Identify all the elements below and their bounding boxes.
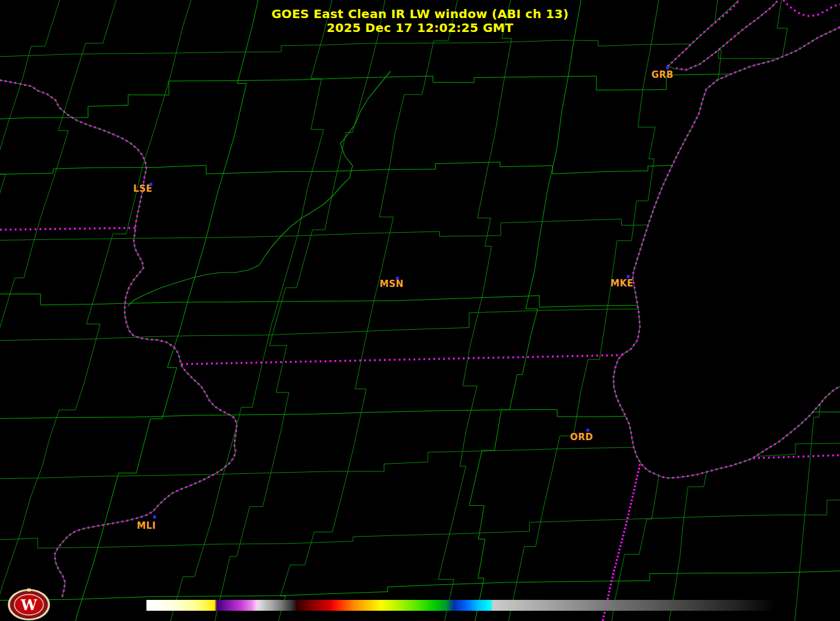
aos-logo: W Department of Atmospheric and Oceanic …	[4, 588, 221, 621]
lake-michigan-water	[613, 27, 840, 478]
image-title: GOES East Clean IR LW window (ABI ch 13)…	[0, 7, 840, 35]
border-mississippi-river	[0, 80, 237, 597]
crest-letter: W	[20, 596, 38, 614]
satellite-image-viewport: GOES East Clean IR LW window (ABI ch 13)…	[0, 0, 840, 621]
colorbar	[146, 600, 776, 611]
border-mn-ia	[0, 228, 136, 230]
border-wi-il	[181, 355, 622, 364]
station-label-MLI: MLI	[137, 520, 156, 531]
mississippi-river-line	[0, 80, 237, 597]
station-dot-MSN	[396, 277, 399, 280]
station-dot-MLI	[153, 515, 156, 519]
station-label-MSN: MSN	[380, 279, 404, 289]
wisconsin-river-line	[128, 71, 390, 306]
station-dot-MKE	[627, 275, 630, 278]
border-il-in	[603, 464, 640, 621]
station-label-ORD: ORD	[570, 432, 593, 443]
station-label-GRB: GRB	[651, 69, 674, 80]
station-dot-ORD	[586, 429, 589, 432]
title-line-product: GOES East Clean IR LW window (ABI ch 13)	[0, 7, 840, 21]
map-overlay-graphics	[0, 0, 840, 621]
station-dot-GRB	[666, 66, 669, 69]
station-dot-LSE	[149, 183, 152, 186]
station-label-MKE: MKE	[610, 278, 633, 289]
uw-crest-icon: W	[4, 588, 61, 621]
title-line-timestamp: 2025 Dec 17 12:02:25 GMT	[0, 21, 840, 35]
